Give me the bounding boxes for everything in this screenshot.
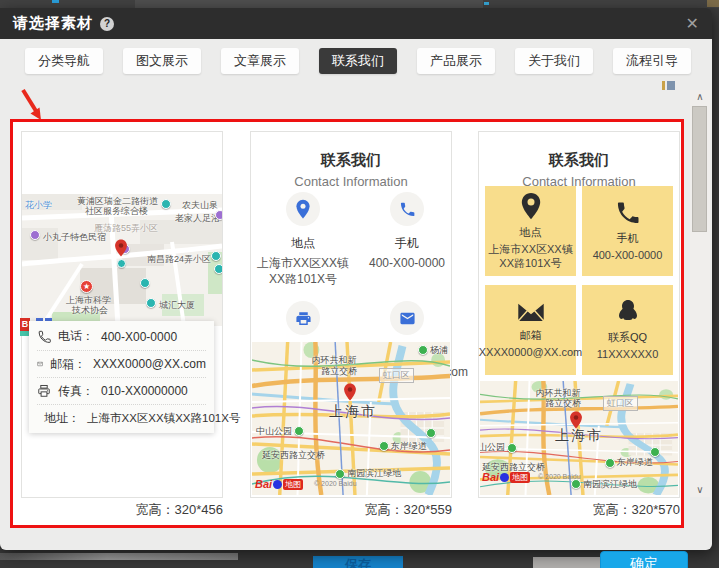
tab-contact-us[interactable]: 联系我们 <box>319 48 397 74</box>
tab-category-nav[interactable]: 分类导航 <box>25 48 103 74</box>
qq-icon <box>616 299 640 325</box>
map-label-hongkou: 虹口区 <box>603 396 638 411</box>
template-size-label: 宽高：320*456 <box>21 501 223 519</box>
map-label-yangpu: 杨浦 <box>418 344 448 357</box>
contact-value: 010-XX0000000 <box>101 384 188 398</box>
map-label-shanghai: 上海市 <box>555 427 603 445</box>
contact-label: 地点 <box>291 235 315 252</box>
contact-tile-email: 邮箱 XXXX0000@XX.com <box>485 285 576 375</box>
contact-tile-grid: 地点 上海市XX区XX镇XX路101X号 手机 400-X00-0000 邮箱 … <box>485 186 673 375</box>
screen: 保存 请选择素材 ? ✕ 分类导航 图文展示 文章展示 联系我们 产品展示 关于… <box>0 0 719 568</box>
map-label-east-green: 东岸绿道 <box>605 456 653 469</box>
tab-image-text[interactable]: 图文展示 <box>123 48 201 74</box>
contact-value: 11XXXXXX0 <box>594 347 662 361</box>
map-attribution: © 2020 Baidu <box>314 480 357 487</box>
contact-item-location: 地点 上海市XX区XX镇XX路101X号 <box>251 192 355 287</box>
scrollbar-thumb[interactable] <box>692 106 707 232</box>
scroll-down-icon[interactable]: ∨ <box>690 483 710 497</box>
fax-icon <box>37 384 51 398</box>
tab-about-us[interactable]: 关于我们 <box>515 48 593 74</box>
template-size-label: 宽高：320*559 <box>250 501 452 519</box>
city-map: 内环共和新 路立交桥 虹口区 上海市 山公园 延安西路立交桥 东岸绿道 南园滨江… <box>480 381 678 495</box>
map-label-east-green: 东岸绿道 <box>379 440 427 453</box>
contact-row-email: 邮箱： XXXX0000@XX.com <box>37 350 206 377</box>
confirm-button[interactable]: 确定 <box>600 551 688 568</box>
map-label-zhongshan: 山公园 <box>480 441 517 454</box>
dialog-title: 请选择素材 <box>13 14 93 33</box>
contact-tile-location: 地点 上海市XX区XX镇XX路101X号 <box>485 186 576 276</box>
scroll-up-icon[interactable]: ∧ <box>690 90 710 104</box>
tab-product[interactable]: 产品展示 <box>417 48 495 74</box>
baidu-logo-text: Bai <box>255 478 272 490</box>
help-icon[interactable]: ? <box>100 17 114 31</box>
contact-label: 手机 <box>617 231 639 246</box>
phone-icon <box>37 330 51 344</box>
poi-icon <box>215 210 222 220</box>
poi-icon <box>140 278 150 288</box>
background-blue-accent-2 <box>484 2 489 5</box>
map-pin-icon <box>114 239 128 257</box>
artifact-bar <box>667 81 675 90</box>
contact-label: 地址： <box>44 410 80 427</box>
background-toolbar-segment <box>135 0 483 8</box>
contact-label: 联系QQ <box>608 330 647 345</box>
save-button[interactable]: 保存 <box>313 556 403 568</box>
pin-icon <box>295 199 311 219</box>
map-label-ring-2: 路立交桥 <box>545 397 581 410</box>
contact-value: 上海市XX区XX镇XX路101X号 <box>485 242 576 271</box>
contact-label: 传真： <box>58 383 94 400</box>
contact-label: 手机 <box>395 235 419 252</box>
phone-icon <box>615 200 641 226</box>
template-card-icons-contact[interactable]: 联系我们 Contact Information 地点 上海市XX区XX镇XX路… <box>250 131 452 498</box>
map-label-tower: 城汇大厦 <box>159 299 195 312</box>
mail-icon <box>37 357 43 371</box>
pin-icon <box>520 192 542 220</box>
card-subtitle: Contact Information <box>251 174 451 189</box>
map-label-bnb: 小丸子特色民宿 <box>43 231 106 244</box>
map-label-shanghai: 上海市 <box>329 403 377 421</box>
map-pin-icon <box>343 383 357 401</box>
map-label-sci-2: 技术协会 <box>72 304 108 317</box>
map-attribution: © 2020 Baidu <box>538 473 581 480</box>
map-label-nongfu: 农夫山泉 <box>182 199 218 212</box>
poi-star-icon: ★ <box>80 280 93 293</box>
contact-value: 400-X00-0000 <box>101 330 177 344</box>
phone-icon <box>399 201 416 218</box>
poi-icon <box>211 251 221 261</box>
poi-icon <box>146 298 156 308</box>
contact-row-fax: 传真： 010-XX0000000 <box>37 377 206 404</box>
close-icon[interactable]: ✕ <box>686 16 699 32</box>
contact-value: 400-X00-0000 <box>355 255 459 271</box>
contact-row-address: 地址： 上海市XX区XX镇XX路101X号 <box>37 404 206 431</box>
tab-article[interactable]: 文章展示 <box>221 48 299 74</box>
map-label-yanan: 延安西路立交桥 <box>262 449 325 462</box>
contact-label: 邮箱： <box>50 356 86 373</box>
template-size-label: 宽高：320*570 <box>478 501 680 519</box>
category-tabs: 分类导航 图文展示 文章展示 联系我们 产品展示 关于我们 流程引导 <box>25 48 691 74</box>
map-label-street-office-2: 社区服务综合楼 <box>85 205 148 218</box>
contact-item-mobile: 手机 400-X00-0000 <box>355 192 459 287</box>
dialog-titlebar: 请选择素材 ? ✕ <box>0 8 712 39</box>
tab-process-guide[interactable]: 流程引导 <box>613 48 691 74</box>
background-scroll-track <box>0 553 238 560</box>
map-label-nanyuan: 南园滨江绿地 <box>335 467 401 480</box>
template-card-map-contact[interactable]: 花小学 黄浦区瑞金二路街道 社区服务综合楼 农夫山泉 老家人足浴 雁荡路55弄小… <box>21 131 223 498</box>
dialog-body: 分类导航 图文展示 文章展示 联系我们 产品展示 关于我们 流程引导 <box>0 39 712 550</box>
contact-info-panel: 电话： 400-X00-0000 邮箱： XXXX0000@XX.com 传真：… <box>29 321 214 433</box>
card-title: 联系我们 <box>251 151 451 170</box>
background-blue-accent <box>52 0 59 3</box>
mail-icon <box>516 301 546 323</box>
city-map: 内环共和新 路立交桥 虹口区 杨浦 上海市 中山公园 延安西路立交桥 东岸绿道 … <box>252 342 450 495</box>
map-label-school: 花小学 <box>25 199 52 212</box>
contact-tile-qq: 联系QQ 11XXXXXX0 <box>582 285 673 375</box>
contact-label: 邮箱 <box>520 328 542 343</box>
street-map: 花小学 黄浦区瑞金二路街道 社区服务综合楼 农夫山泉 老家人足浴 雁荡路55弄小… <box>22 194 222 326</box>
contact-value: XXXX0000@XX.com <box>93 357 206 371</box>
map-label-nanchang: 南昌路24弄小区 <box>147 253 211 266</box>
contact-value: XXXX0000@XX.com <box>476 345 586 359</box>
poi-icon <box>214 264 222 274</box>
baidu-map-badge: 地图 <box>510 472 530 483</box>
template-card-tiles-contact[interactable]: 联系我们 Contact Information 地点 上海市XX区XX镇XX路… <box>478 131 680 498</box>
map-label-zhongshan: 中山公园 <box>256 425 304 438</box>
poi-icon <box>161 199 171 209</box>
